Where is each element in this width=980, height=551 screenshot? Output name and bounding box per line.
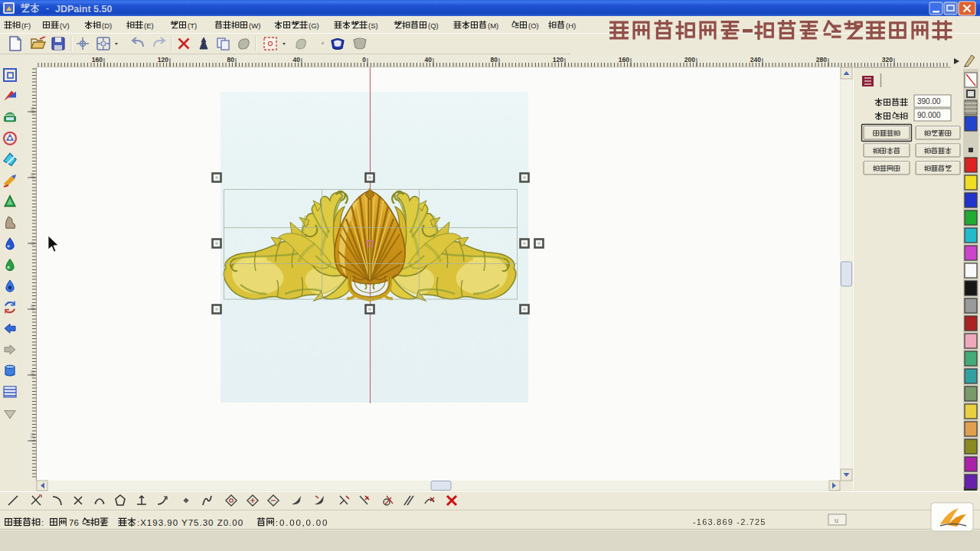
svg-text:(V): (V) (60, 21, 70, 30)
svg-text:390.00: 390.00 (917, 97, 941, 106)
svg-text:80: 80 (29, 370, 36, 377)
svg-text:90.000: 90.000 (917, 111, 941, 119)
svg-text:160: 160 (619, 56, 629, 64)
svg-text:(Q): (Q) (428, 21, 439, 30)
svg-text:(F): (F) (21, 21, 31, 30)
svg-text:80: 80 (491, 56, 498, 64)
svg-text:40: 40 (293, 56, 301, 64)
svg-text::: : (41, 518, 44, 527)
svg-text:(D): (D) (102, 21, 112, 30)
svg-text:40: 40 (425, 56, 433, 64)
svg-text:280: 280 (816, 56, 827, 64)
svg-text:76: 76 (69, 518, 79, 527)
svg-text:JDPaint 5.50: JDPaint 5.50 (55, 4, 112, 15)
svg-text:(S): (S) (368, 21, 378, 30)
svg-text:(G): (G) (309, 21, 319, 30)
svg-text:(O): (O) (528, 21, 539, 30)
svg-text::X193.90 Y75.30 Z0.00: :X193.90 Y75.30 Z0.00 (137, 518, 243, 527)
svg-text:240: 240 (750, 56, 761, 64)
svg-text:-: - (46, 3, 49, 14)
svg-text:120: 120 (158, 56, 168, 64)
svg-text:320: 320 (882, 56, 893, 64)
svg-text:40: 40 (29, 305, 36, 311)
svg-text:(H): (H) (566, 21, 576, 30)
svg-text:u: u (835, 517, 838, 524)
svg-text:80: 80 (29, 107, 36, 113)
svg-text:80: 80 (227, 56, 235, 64)
svg-text:120: 120 (553, 56, 564, 64)
svg-text:(T): (T) (188, 21, 197, 30)
svg-text:(E): (E) (144, 21, 154, 30)
svg-text:-163.869 -2.725: -163.869 -2.725 (693, 517, 766, 527)
svg-text::0.00,0.00: :0.00,0.00 (276, 518, 328, 527)
svg-text:200: 200 (684, 56, 695, 64)
svg-text:40: 40 (29, 173, 36, 179)
svg-text:(M): (M) (488, 21, 498, 30)
svg-text:0: 0 (362, 56, 366, 64)
svg-text:(W): (W) (249, 21, 260, 30)
svg-text:160: 160 (92, 56, 103, 64)
